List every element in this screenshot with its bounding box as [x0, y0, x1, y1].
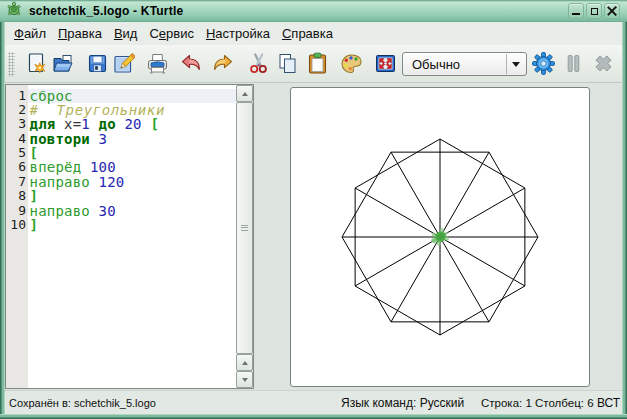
cut-button[interactable]	[247, 52, 270, 75]
color-picker-icon	[340, 52, 363, 75]
print-button[interactable]	[146, 52, 169, 75]
line-number: 5	[6, 146, 26, 160]
editor-gutter: 12345678910	[6, 85, 28, 388]
turtle-canvas[interactable]	[290, 87, 590, 387]
copy-button[interactable]	[276, 52, 299, 75]
redo-button[interactable]	[211, 52, 234, 75]
menu-file[interactable]: Файл	[8, 23, 52, 44]
close-button[interactable]	[604, 3, 620, 19]
menu-tools[interactable]: Сервис	[143, 23, 200, 44]
code-line-6[interactable]: вперёд 100	[28, 160, 236, 174]
line-number: 1	[6, 89, 26, 103]
code-editor[interactable]: 12345678910 сброс# Треугольникидля x=1 д…	[5, 84, 254, 389]
spoke-line	[440, 152, 489, 237]
status-insert-mode: ВСТ	[597, 396, 620, 410]
fullscreen-button[interactable]	[374, 52, 397, 75]
code-token: направо	[30, 174, 90, 190]
code-token	[90, 131, 99, 147]
code-token: 3	[99, 131, 108, 147]
status-message: Сохранён в: schetchik_5.logo	[9, 397, 156, 409]
line-number: 2	[6, 103, 26, 117]
menu-help[interactable]: Справка	[276, 23, 339, 44]
paste-button[interactable]	[306, 52, 329, 75]
save-file-button[interactable]	[86, 52, 109, 75]
stop-button[interactable]	[592, 52, 615, 75]
redo-icon	[211, 52, 234, 75]
code-line-8[interactable]: ]	[28, 189, 236, 203]
titlebar: schetchik_5.logo - KTurtle	[0, 0, 627, 22]
open-file-icon	[51, 52, 74, 75]
new-file-icon	[25, 52, 48, 75]
status-cursor-position: Строка: 1 Столбец: 6	[481, 397, 594, 409]
code-line-1[interactable]: сброс	[28, 89, 236, 103]
code-line-5[interactable]: [	[28, 146, 236, 160]
editor-scrollbar[interactable]	[236, 85, 253, 388]
scroll-up-button-2[interactable]	[236, 354, 253, 371]
print-icon	[146, 52, 169, 75]
line-number: 7	[6, 175, 26, 189]
code-line-7[interactable]: направо 120	[28, 175, 236, 189]
line-number: 9	[6, 204, 26, 218]
open-editor-button[interactable]	[112, 52, 135, 75]
spoke-line	[355, 237, 440, 286]
maximize-icon	[591, 8, 598, 15]
open-editor-icon	[112, 52, 135, 75]
execute-gear-icon	[532, 52, 555, 75]
code-line-10[interactable]: ]	[28, 218, 236, 232]
code-token: ]	[30, 217, 39, 233]
status-language: Язык команд: Русский	[341, 396, 464, 410]
toolbar-drag-handle[interactable]	[8, 52, 15, 77]
arrow-up-icon	[242, 92, 248, 96]
close-icon	[607, 6, 617, 16]
chevron-down-icon	[512, 62, 520, 67]
code-token: 20	[124, 116, 141, 132]
code-token: 30	[99, 203, 116, 219]
menu-settings[interactable]: Настройка	[200, 23, 276, 44]
window-border-right	[622, 22, 627, 419]
scrollbar-thumb[interactable]	[236, 102, 253, 354]
stop-icon	[592, 52, 615, 75]
code-token: [	[150, 116, 159, 132]
speed-combobox[interactable]: Обычно	[402, 52, 527, 76]
code-line-3[interactable]: для x=1 до 20 [	[28, 117, 236, 131]
menu-edit[interactable]: Правка	[52, 23, 108, 44]
minimize-icon	[572, 13, 580, 15]
code-line-4[interactable]: повтори 3	[28, 132, 236, 146]
arrow-up-icon	[242, 361, 248, 365]
maximize-button[interactable]	[586, 3, 602, 19]
editor-lines[interactable]: сброс# Треугольникидля x=1 до 20 [повтор…	[28, 85, 236, 388]
combobox-dropdown[interactable]	[506, 54, 525, 74]
scroll-up-button[interactable]	[236, 85, 253, 102]
line-number: 3	[6, 117, 26, 131]
scroll-down-button[interactable]	[236, 371, 253, 388]
undo-icon	[180, 52, 203, 75]
code-token	[90, 203, 99, 219]
spoke-line	[440, 237, 525, 286]
cut-icon	[247, 52, 270, 75]
color-picker-button[interactable]	[340, 52, 363, 75]
line-number: 8	[6, 189, 26, 203]
spoke-line	[355, 188, 440, 237]
execute-button[interactable]	[532, 52, 555, 75]
open-file-button[interactable]	[51, 52, 74, 75]
speed-combobox-value: Обычно	[412, 57, 460, 72]
window-border-bottom	[0, 414, 627, 419]
undo-button[interactable]	[180, 52, 203, 75]
spoke-line	[440, 188, 525, 237]
menu-view[interactable]: Вид	[108, 23, 144, 44]
statusbar: Сохранён в: schetchik_5.logo Язык команд…	[5, 390, 622, 414]
minimize-button[interactable]	[568, 3, 584, 19]
code-line-9[interactable]: направо 30	[28, 204, 236, 218]
code-token	[90, 174, 99, 190]
pause-button[interactable]	[562, 52, 585, 75]
code-token: направо	[30, 203, 90, 219]
spoke-line	[391, 152, 440, 237]
line-number: 6	[6, 160, 26, 174]
window-title: schetchik_5.logo - KTurtle	[29, 4, 183, 18]
arrow-down-icon	[242, 378, 248, 382]
menubar: Файл Правка Вид Сервис Настройка Справка	[5, 22, 622, 45]
code-token: 120	[99, 174, 125, 190]
code-token: повтори	[30, 131, 90, 147]
code-line-2[interactable]: # Треугольники	[28, 103, 236, 117]
new-file-button[interactable]	[25, 52, 48, 75]
